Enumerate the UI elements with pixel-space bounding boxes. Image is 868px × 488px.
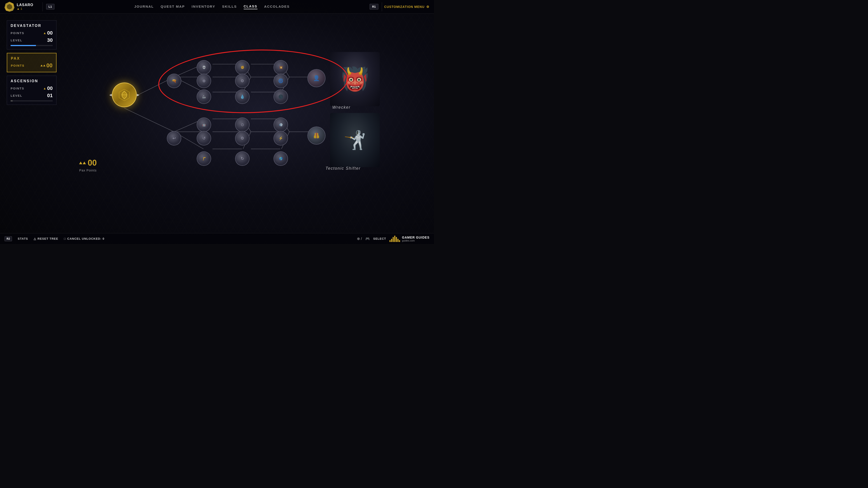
ascension-level-value: 01 [47, 93, 53, 98]
skill-node-img-7: 🦾 [197, 90, 211, 103]
skill-node-lower-ultimate[interactable]: 🦺 [307, 127, 326, 144]
skill-node-lower-mid2[interactable]: ⚙ [235, 131, 250, 145]
gg-bar-5 [396, 237, 397, 242]
gg-bar-6 [397, 239, 399, 242]
l1-button[interactable]: L1 [46, 4, 55, 9]
pax-title: PAX [11, 57, 53, 61]
skill-node-img-6: 🌀 [274, 74, 287, 88]
skill-node-upper-top1[interactable]: 💀 [197, 60, 211, 74]
skill-node-gun-img: 🔫 [167, 74, 181, 88]
ascension-points-label: POINTS [11, 87, 24, 90]
skill-node-upper-mid2[interactable]: ⚙ [235, 74, 250, 88]
triangle-icon: △ [34, 237, 36, 240]
skill-node-img-low8: 🦵 [197, 152, 211, 165]
player-name: Lasaro [17, 3, 33, 7]
devastator-box: DEVASTATOR POINTS ▲ 00 LEVEL 30 [7, 20, 57, 50]
skill-node-upper-top2[interactable]: ✊ [235, 60, 250, 74]
skill-node-lower-top2[interactable]: ⊙ [235, 118, 250, 132]
gg-bar-1 [390, 240, 391, 242]
nav-separator-right [382, 2, 382, 11]
skill-node-img-low3: ⊙ [236, 118, 249, 131]
bottom-right: ⊕ / 🎮 SELECT GAMER GUIDES guides.com [357, 236, 430, 242]
skill-node-upper-bot1[interactable]: 🦾 [197, 90, 211, 104]
points-arrow-icon: ▲ [43, 31, 46, 35]
pax-display-label: Pax Points [79, 168, 97, 172]
devastator-level-value: 30 [47, 37, 53, 43]
pax-display-value: 00 [79, 158, 97, 168]
skill-node-img-1: 💀 [197, 61, 211, 74]
tree-nav-left-icon[interactable]: ◄ [108, 93, 113, 97]
skill-node-upper-mid3[interactable]: 🌀 [274, 74, 288, 88]
wrecker-art-img: 👹 [330, 52, 380, 106]
stats-label: STATS [18, 237, 28, 240]
tectonic-art-img: 🤺 [330, 113, 380, 167]
gamer-guides-logo: GAMER GUIDES guides.com [390, 236, 430, 242]
devastator-level-row: LEVEL 30 [11, 37, 53, 43]
tectonic-label: Tectonic Shifter [326, 166, 361, 171]
pax-box: PAX POINTS 00 [7, 53, 57, 72]
customization-icon: ⚙ [426, 5, 430, 8]
skill-node-lower-bot3[interactable]: 🌎 [274, 151, 288, 166]
devastator-progress-bar [11, 45, 53, 46]
skill-node-img-low6: ⚙ [236, 131, 249, 145]
wrecker-label: Wrecker [332, 105, 350, 110]
skill-node-lower-bot2[interactable]: ↻ [235, 151, 250, 166]
bottombar: R2 STATS △ RESET TREE □ CANCEL UNLOCKED:… [0, 233, 434, 244]
nav-separator-left [42, 2, 43, 11]
nav-quest-map[interactable]: QUEST MAP [161, 4, 185, 9]
pax-points-display: 00 Pax Points [79, 158, 97, 226]
player-info: Lasaro ▲ 1 [4, 2, 33, 12]
stats-action: STATS [18, 237, 28, 240]
skill-node-upper-ultimate[interactable]: 👤 [307, 69, 326, 87]
customization-menu[interactable]: CUSTOMIZATION MENU ⚙ [384, 5, 430, 8]
pax-icon [40, 65, 45, 66]
skill-node-img-ultimate1: 👤 [308, 70, 325, 87]
devastator-points-num: 00 [47, 30, 53, 36]
skill-node-img-ult2: 🦺 [308, 127, 325, 144]
ascension-level-row: LEVEL 01 [11, 93, 53, 98]
ascension-arrow-icon: ▲ [43, 87, 46, 90]
class-center-icon[interactable]: ◄ ► [112, 83, 137, 107]
select-label: SELECT [373, 237, 386, 240]
square-icon: □ [64, 237, 66, 240]
topbar: Lasaro ▲ 1 L1 JOURNAL QUEST MAP INVENTOR… [0, 0, 434, 13]
nav-accolades[interactable]: ACCOLADES [264, 4, 290, 9]
cancel-unlocked-action[interactable]: □ CANCEL UNLOCKED: 0 [64, 237, 104, 240]
skill-node-img-3: 💥 [274, 61, 287, 74]
skill-node-lower-mid1[interactable]: ↺ [197, 131, 211, 145]
r1-button[interactable]: R1 [370, 4, 378, 9]
skill-node-lower-branch[interactable]: ↩ [167, 131, 181, 145]
skill-node-img-low10: 🌎 [274, 152, 287, 165]
wrecker-art: 👹 [330, 52, 380, 106]
gg-text-block: GAMER GUIDES guides.com [402, 236, 430, 242]
skill-node-lower-top3[interactable]: 💨 [274, 118, 288, 132]
skill-node-gun[interactable]: 🔫 [167, 74, 181, 88]
skill-node-lower-bot1[interactable]: 🦵 [197, 151, 211, 166]
skill-node-lower-top1[interactable]: 🤖 [197, 118, 211, 132]
skill-tree-area: ◄ ► 🔫 💀 ✊ 💥 ⊕ ⚙ [63, 16, 434, 233]
select-icon2: 🎮 [365, 236, 370, 241]
nav-inventory[interactable]: INVENTORY [192, 4, 215, 9]
pax-points-num: 00 [46, 62, 53, 69]
skill-node-upper-top3[interactable]: 💥 [274, 60, 288, 74]
devastator-points-row: POINTS ▲ 00 [11, 30, 53, 36]
customization-label: CUSTOMIZATION MENU [384, 5, 425, 8]
skill-node-img-low7: ⚡ [274, 131, 287, 145]
reset-tree-action[interactable]: △ RESET TREE [34, 237, 58, 240]
r2-button[interactable]: R2 [4, 236, 12, 241]
pax-display-num: 00 [88, 158, 97, 168]
skill-node-img-4: ⊕ [197, 74, 211, 88]
nav-skills[interactable]: SKILLS [222, 4, 237, 9]
tree-nav-right-icon[interactable]: ► [136, 93, 140, 97]
nav-journal[interactable]: JOURNAL [134, 4, 154, 9]
skill-node-upper-mid1[interactable]: ⊕ [197, 74, 211, 88]
gg-bar-7 [399, 240, 400, 242]
nav-class[interactable]: CLASS [244, 4, 257, 9]
skill-node-img-5: ⚙ [236, 74, 249, 88]
left-panel: DEVASTATOR POINTS ▲ 00 LEVEL 30 PAX POIN… [7, 20, 57, 105]
gg-bar-3 [393, 237, 394, 242]
skill-node-upper-bot3[interactable]: 🌑 [274, 90, 288, 104]
skill-node-img-9: 🌑 [274, 90, 287, 103]
skill-node-lower-mid3[interactable]: ⚡ [274, 131, 288, 145]
skill-node-upper-bot2[interactable]: 💧 [235, 90, 250, 104]
